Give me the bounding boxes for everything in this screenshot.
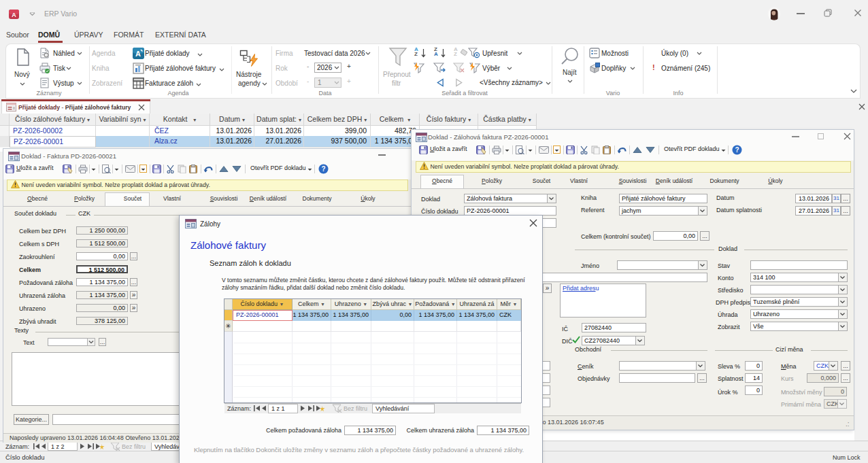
svg-text:A: A: [135, 50, 141, 58]
svg-text:?: ?: [735, 146, 739, 154]
svg-text:A: A: [12, 12, 16, 18]
svg-text:?: ?: [321, 165, 325, 173]
